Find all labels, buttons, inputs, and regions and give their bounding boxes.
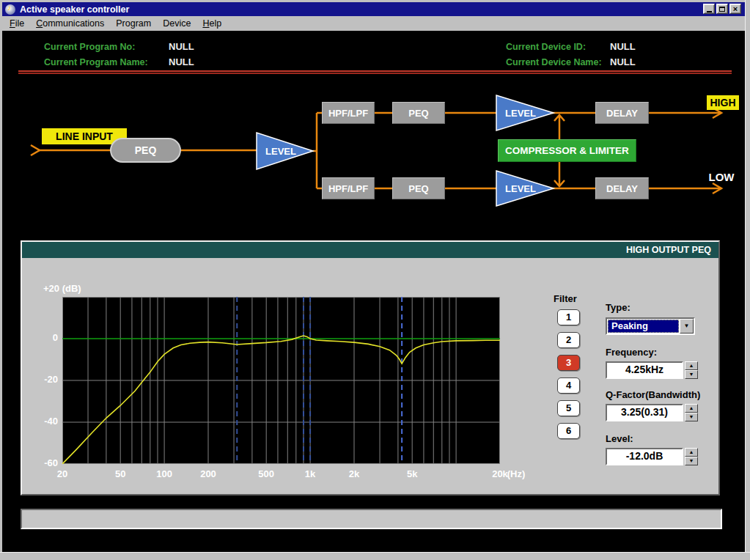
input-arrow-icon (31, 145, 40, 155)
panel-title: HIGH OUTPUT PEQ (22, 242, 718, 258)
window-title: Active speaker controller (20, 4, 129, 15)
hpf-lpf-block-low[interactable]: HPF/LPF (322, 177, 375, 199)
peq-block-high[interactable]: PEQ (392, 102, 445, 124)
response-curve (62, 336, 500, 464)
y-tick-label: 0 (29, 332, 58, 343)
spin-up-icon: ▲ (689, 363, 694, 368)
window-border-bottom (0, 552, 750, 560)
separator-line (18, 73, 732, 74)
y-axis-top-label: +20 (dB) (43, 283, 81, 294)
device-id-value: NULL (610, 41, 636, 52)
peq-panel: HIGH OUTPUT PEQ Filter 1 2 3 4 5 6 Type:… (21, 240, 720, 495)
spin-down-button[interactable]: ▼ (685, 413, 698, 421)
eq-plot (62, 297, 500, 464)
level-spinner: ▲ ▼ (685, 448, 698, 465)
x-tick-label: 200 (200, 468, 216, 479)
filter-button[interactable]: 5 (557, 400, 580, 416)
y-tick-label: -20 (29, 374, 58, 385)
dropdown-arrow-button[interactable]: ▼ (680, 319, 694, 334)
titlebar-buttons: × (702, 4, 741, 14)
minimize-icon (707, 11, 712, 12)
x-tick-label: 100 (156, 468, 172, 479)
close-button[interactable]: × (729, 4, 741, 14)
compressor-up-arrow-icon (554, 115, 565, 140)
spin-down-button[interactable]: ▼ (685, 370, 698, 379)
peq-block-low[interactable]: PEQ (392, 177, 445, 199)
y-tick-label: -40 (29, 416, 58, 427)
menu-item-help[interactable]: Help (196, 17, 227, 30)
device-name-label: Current Device Name: (506, 57, 602, 67)
maximize-button[interactable] (716, 4, 728, 14)
level-amplifier-main[interactable] (257, 133, 313, 169)
device-id-label: Current Device ID: (506, 42, 586, 52)
filter-button[interactable]: 4 (557, 377, 580, 394)
x-tick-label: 5k (407, 468, 417, 479)
spin-up-button[interactable]: ▲ (685, 448, 698, 457)
separator-line (18, 70, 732, 72)
spin-down-button[interactable]: ▼ (685, 457, 698, 465)
filter-button[interactable]: 2 (557, 332, 580, 348)
type-label: Type: (606, 302, 630, 313)
spin-down-icon: ▼ (689, 414, 694, 419)
close-icon: × (733, 5, 738, 13)
compressor-down-arrow-icon (554, 161, 565, 186)
low-arrow-icon (713, 183, 721, 194)
frequency-spinner: ▲ ▼ (685, 361, 698, 379)
high-output-label: HIGH (707, 95, 739, 110)
menu-item-file[interactable]: File (4, 17, 30, 30)
x-unit-label: (Hz) (507, 468, 526, 479)
menu-item-program[interactable]: Program (110, 17, 157, 30)
spin-down-icon: ▼ (689, 458, 694, 463)
delay-block-high[interactable]: DELAY (595, 102, 649, 124)
chevron-down-icon: ▼ (684, 323, 690, 329)
spin-up-button[interactable]: ▲ (685, 361, 698, 370)
main-peq-block[interactable]: PEQ (110, 138, 181, 163)
q-factor-spinner: ▲ ▼ (685, 404, 698, 421)
level-label: Level: (606, 433, 633, 444)
level-field[interactable]: -12.0dB (606, 448, 683, 465)
type-dropdown[interactable]: Peaking ▼ (606, 317, 695, 335)
filter-label: Filter (554, 293, 577, 304)
spin-up-button[interactable]: ▲ (685, 404, 698, 413)
q-factor-field[interactable]: 3.25(0.31) (606, 404, 683, 421)
frequency-label: Frequency: (606, 347, 657, 358)
app-icon (5, 4, 15, 15)
frequency-field[interactable]: 4.25kHz (606, 361, 683, 379)
spin-down-icon: ▼ (689, 372, 694, 377)
program-no-label: Current Program No: (44, 42, 135, 52)
chart-svg (62, 297, 500, 464)
level-main-label: LEVEL (265, 146, 296, 157)
filter-button[interactable]: 1 (557, 309, 580, 325)
titlebar[interactable]: Active speaker controller × (2, 2, 745, 16)
menu-item-device[interactable]: Device (157, 17, 196, 30)
filter-button[interactable]: 6 (557, 423, 580, 439)
device-name-value: NULL (610, 56, 636, 67)
x-tick-label: 2k (349, 468, 359, 479)
minimize-button[interactable] (703, 4, 715, 14)
window-border-right (745, 0, 750, 560)
level-amplifier-low[interactable] (496, 171, 554, 206)
spin-up-icon: ▲ (689, 449, 694, 454)
q-factor-label: Q-Factor(Bandwidth) (606, 389, 700, 400)
x-tick-label: 20 (57, 468, 67, 479)
status-bar (21, 509, 722, 529)
maximize-icon (719, 7, 725, 12)
x-tick-label: 20k (492, 468, 508, 479)
compressor-limiter-block[interactable]: COMPRESSOR & LIMITER (498, 139, 636, 162)
filter-button[interactable]: 3 (557, 355, 580, 371)
app-window: Active speaker controller × File Communi… (0, 0, 750, 560)
spin-up-icon: ▲ (689, 405, 694, 410)
window-border-left (0, 0, 2, 560)
menu-item-communications[interactable]: Communications (30, 17, 110, 30)
x-tick-label: 50 (115, 468, 125, 479)
x-tick-label: 1k (305, 468, 315, 479)
hpf-lpf-block-high[interactable]: HPF/LPF (322, 102, 375, 124)
low-output-label: LOW (704, 169, 739, 185)
level-high-label: LEVEL (505, 108, 536, 119)
delay-block-low[interactable]: DELAY (595, 177, 649, 199)
level-low-label: LEVEL (505, 183, 536, 194)
program-no-value: NULL (169, 41, 194, 52)
level-amplifier-high[interactable] (496, 95, 554, 130)
y-tick-label: -60 (29, 457, 58, 468)
program-name-label: Current Program Name: (44, 57, 148, 67)
